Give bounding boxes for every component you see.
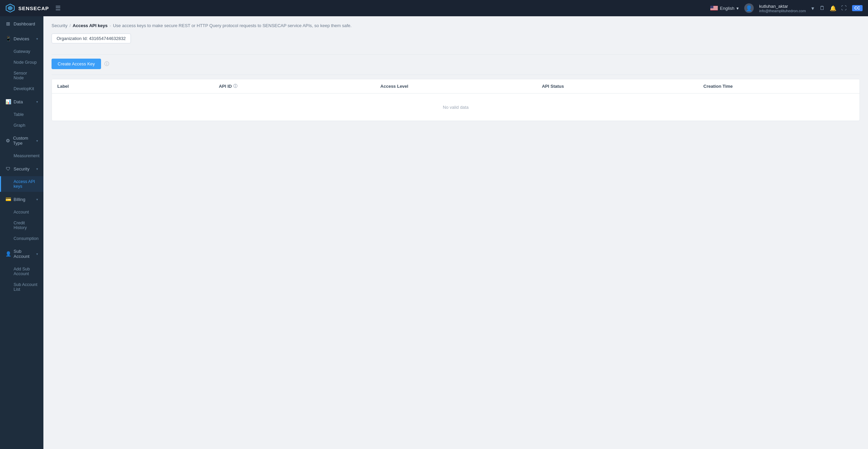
col-access-level-text: Access Level: [380, 84, 408, 89]
sidebar-data-label: Data: [14, 99, 23, 104]
customtype-chevron-icon: ▾: [36, 139, 38, 143]
sidebar-item-data[interactable]: 📊 Data ▾: [0, 94, 43, 109]
sidebar-subaccountlist-label: Sub Account List: [14, 282, 37, 292]
main-content: Security / Access API keys - Use access …: [43, 16, 868, 449]
sidebar-measurement-label: Measurement: [14, 154, 39, 158]
sidebar-devices-label: Devices: [14, 36, 29, 41]
sidebar-item-access-api-keys[interactable]: Access API keys: [0, 176, 43, 192]
svg-rect-8: [710, 9, 718, 10]
sidebar-item-custom-type[interactable]: ⚙ Custom Type ▾: [0, 131, 43, 150]
breadcrumb-parent: Security: [52, 23, 67, 28]
sidebar-sensornode-label: Sensor Node: [14, 71, 27, 80]
us-flag-icon: [710, 6, 718, 11]
sidebar-item-sub-account[interactable]: 👤 Sub Account ▾: [0, 244, 43, 264]
sidebar-customtype-label: Custom Type: [13, 136, 36, 146]
custom-type-icon: ⚙: [5, 138, 10, 143]
sidebar-item-add-sub-account[interactable]: Add Sub Account: [0, 264, 43, 279]
sidebar-accessapikeys-label: Access API keys: [14, 179, 35, 189]
lang-chevron-icon: ▾: [736, 6, 739, 11]
sidebar-item-account[interactable]: Account: [0, 207, 43, 218]
sidebar-addsubaccount-label: Add Sub Account: [14, 267, 30, 276]
user-avatar-icon: 👤: [744, 3, 754, 13]
fullscreen-icon[interactable]: ⛶: [841, 5, 847, 11]
sidebar-credithistory-label: Credit History: [14, 221, 27, 230]
page-content: Security / Access API keys - Use access …: [43, 16, 868, 128]
data-chevron-icon: ▾: [36, 100, 38, 104]
subaccount-chevron-icon: ▾: [36, 252, 38, 256]
col-access-level: Access Level: [375, 79, 536, 93]
col-api-status: API Status: [536, 79, 698, 93]
sidebar-subaccount-label: Sub Account: [14, 249, 36, 259]
breadcrumb: Security / Access API keys - Use access …: [52, 23, 860, 28]
sub-account-icon: 👤: [5, 251, 11, 257]
breadcrumb-dash: -: [110, 23, 111, 28]
sidebar-item-developkit[interactable]: DevelopKit: [0, 83, 43, 94]
org-id-box: Organization Id: 431654744632832: [52, 34, 131, 43]
devices-icon: 📱: [5, 36, 11, 41]
lang-label: English: [720, 6, 734, 11]
messages-icon[interactable]: 🗒: [820, 5, 825, 11]
sidebar-item-graph[interactable]: Graph: [0, 120, 43, 131]
col-label-text: Label: [57, 84, 69, 89]
billing-chevron-icon: ▾: [36, 198, 38, 201]
api-id-info-icon[interactable]: ⓘ: [233, 83, 237, 89]
sidebar-item-node-group[interactable]: Node Group: [0, 57, 43, 68]
sidebar-item-dashboard[interactable]: ⊞ Dashboard: [0, 16, 43, 31]
sidebar-item-billing[interactable]: 💳 Billing ▾: [0, 192, 43, 207]
cc-badge: CC: [852, 5, 863, 11]
api-keys-table: Label API ID ⓘ Access Level API Status C…: [52, 79, 860, 121]
security-icon: 🛡: [5, 166, 11, 171]
sensecap-logo-icon: [5, 3, 15, 13]
sidebar-gateway-label: Gateway: [14, 49, 30, 54]
create-access-key-button[interactable]: Create Access Key: [52, 59, 101, 69]
col-label: Label: [52, 79, 213, 93]
sidebar-item-sub-account-list[interactable]: Sub Account List: [0, 279, 43, 295]
top-header: SENSECAP ☰ English ▾ 👤 kutluhan_aktar in…: [0, 0, 868, 16]
create-key-info-icon[interactable]: ⓘ: [104, 61, 109, 67]
sidebar-developkit-label: DevelopKit: [14, 86, 34, 91]
sidebar-item-gateway[interactable]: Gateway: [0, 46, 43, 57]
actions-row: Create Access Key ⓘ: [52, 59, 860, 69]
sidebar-item-measurement[interactable]: Measurement: [0, 150, 43, 161]
sidebar-billing-label: Billing: [14, 197, 25, 202]
col-creation-time: Creation Time: [698, 79, 860, 93]
sidebar: ⊞ Dashboard 📱 Devices ▾ Gateway Node Gro…: [0, 16, 43, 449]
table-header: Label API ID ⓘ Access Level API Status C…: [52, 79, 860, 94]
logo-text: SENSECAP: [18, 5, 49, 11]
col-api-id: API ID ⓘ: [213, 79, 375, 93]
notifications-icon[interactable]: 🔔: [830, 5, 836, 12]
sidebar-graph-label: Graph: [14, 123, 25, 128]
data-icon: 📊: [5, 99, 11, 104]
sidebar-item-security[interactable]: 🛡 Security ▾: [0, 161, 43, 176]
logo-area: SENSECAP ☰: [5, 3, 61, 13]
sidebar-consumption-label: Consumption: [14, 236, 39, 241]
billing-icon: 💳: [5, 197, 11, 202]
sidebar-dashboard-label: Dashboard: [14, 21, 35, 26]
sidebar-item-consumption[interactable]: Consumption: [0, 233, 43, 244]
sidebar-item-table[interactable]: Table: [0, 109, 43, 120]
sidebar-account-label: Account: [14, 210, 29, 215]
breadcrumb-current: Access API keys: [73, 23, 107, 28]
svg-marker-1: [8, 6, 13, 11]
user-chevron-icon[interactable]: ▾: [811, 5, 814, 12]
col-api-status-text: API Status: [542, 84, 564, 89]
security-chevron-icon: ▾: [36, 167, 38, 171]
hamburger-menu-icon[interactable]: ☰: [55, 4, 61, 12]
sidebar-item-credit-history[interactable]: Credit History: [0, 218, 43, 233]
user-name: kutluhan_aktar: [759, 4, 806, 9]
no-data-message: No valid data: [443, 95, 469, 120]
sidebar-security-label: Security: [14, 166, 29, 171]
org-id-label: Organization Id: 431654744632832: [57, 36, 126, 41]
breadcrumb-separator: /: [70, 23, 71, 28]
sidebar-item-sensor-node[interactable]: Sensor Node: [0, 68, 43, 83]
divider-1: [52, 54, 860, 55]
header-right: English ▾ 👤 kutluhan_aktar info@theampli…: [710, 3, 863, 13]
language-selector[interactable]: English ▾: [710, 6, 739, 11]
header-icons: 🗒 🔔 ⛶: [820, 5, 847, 12]
breadcrumb-description: Use access keys to make secure REST or H…: [113, 23, 352, 28]
sidebar-item-devices[interactable]: 📱 Devices ▾: [0, 31, 43, 46]
col-creation-time-text: Creation Time: [704, 84, 733, 89]
devices-chevron-icon: ▾: [36, 37, 38, 41]
svg-rect-7: [710, 9, 718, 9]
table-body: No valid data: [52, 94, 860, 121]
